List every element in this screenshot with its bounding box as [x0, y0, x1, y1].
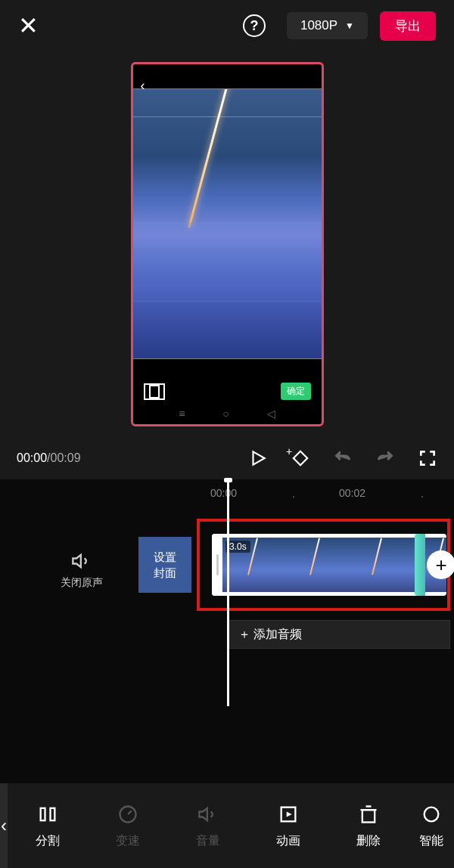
- toolbar-back-button[interactable]: ‹: [0, 783, 8, 868]
- svg-rect-7: [362, 810, 375, 822]
- tool-animation[interactable]: 动画: [248, 783, 328, 868]
- close-button[interactable]: ✕: [18, 11, 39, 40]
- next-clip-edge[interactable]: [415, 534, 425, 596]
- phone-frame[interactable]: ‹ 确定 ≡○◁: [131, 62, 324, 426]
- set-cover-tile[interactable]: 设置 封面: [138, 537, 191, 593]
- tool-speed[interactable]: 变速: [88, 783, 168, 868]
- preview-area: ‹ 确定 ≡○◁: [0, 51, 454, 437]
- add-clip-button[interactable]: +: [427, 550, 454, 579]
- svg-marker-0: [253, 451, 265, 464]
- bottom-toolbar: ‹ 分割 变速 音量 动画: [0, 783, 454, 868]
- timeline-area: 00:00 · 00:02 · 关闭原声 设置 封面 3.0s: [0, 479, 454, 718]
- clip-thumbnail: [347, 538, 409, 592]
- animation-icon: [278, 803, 299, 826]
- confirm-button[interactable]: 确定: [281, 383, 311, 400]
- tool-smart[interactable]: 智能: [409, 783, 454, 868]
- delete-icon: [358, 803, 379, 826]
- tool-volume[interactable]: 音量: [168, 783, 248, 868]
- tool-split[interactable]: 分割: [8, 783, 88, 868]
- top-bar: ✕ ? 1080P ▼ 导出: [0, 0, 454, 51]
- clip-handle-left[interactable]: [212, 534, 222, 596]
- playhead[interactable]: [227, 479, 229, 706]
- keyframe-button[interactable]: +: [291, 448, 310, 468]
- svg-point-8: [424, 807, 439, 821]
- svg-rect-2: [41, 808, 45, 820]
- smart-icon: [421, 803, 442, 826]
- split-icon: [37, 803, 58, 826]
- fullscreen-button[interactable]: [418, 448, 437, 468]
- android-nav: ≡○◁: [133, 408, 322, 424]
- video-clip[interactable]: 3.0s: [212, 534, 446, 596]
- chevron-down-icon: ▼: [345, 20, 354, 31]
- clip-thumbnail: 3.0s: [222, 538, 285, 592]
- time-display: 00:00/00:09: [17, 451, 81, 465]
- tool-delete[interactable]: 删除: [328, 783, 409, 868]
- resolution-label: 1080P: [300, 18, 337, 33]
- mute-audio-button[interactable]: 关闭原声: [61, 550, 103, 590]
- svg-marker-6: [287, 811, 292, 817]
- help-icon[interactable]: ?: [243, 14, 266, 37]
- speed-icon: [117, 803, 138, 826]
- undo-button[interactable]: [333, 448, 353, 468]
- svg-rect-3: [51, 808, 55, 820]
- volume-icon: [197, 803, 219, 826]
- redo-button[interactable]: [375, 448, 395, 468]
- play-button[interactable]: [248, 448, 268, 468]
- add-audio-button[interactable]: ＋ 添加音频: [227, 620, 450, 649]
- back-icon[interactable]: ‹: [141, 78, 145, 94]
- crop-icon[interactable]: [144, 383, 165, 400]
- svg-rect-1: [294, 451, 307, 465]
- export-button[interactable]: 导出: [380, 11, 436, 41]
- video-preview: [133, 88, 322, 359]
- clip-thumbnail: [285, 538, 347, 592]
- resolution-button[interactable]: 1080P ▼: [287, 12, 368, 39]
- playback-bar: 00:00/00:09 +: [0, 437, 454, 479]
